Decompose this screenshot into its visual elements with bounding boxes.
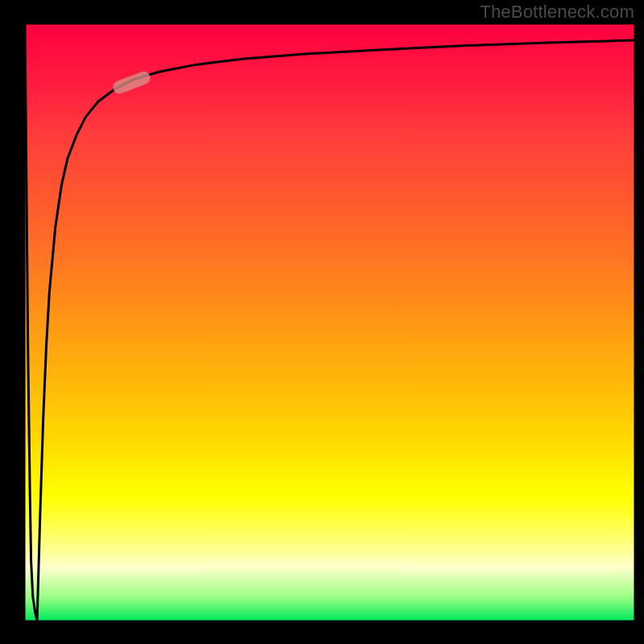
chart-stage: TheBottleneck.com: [0, 0, 644, 644]
watermark-text: TheBottleneck.com: [480, 3, 634, 21]
plot-gradient-background: [25, 24, 634, 621]
